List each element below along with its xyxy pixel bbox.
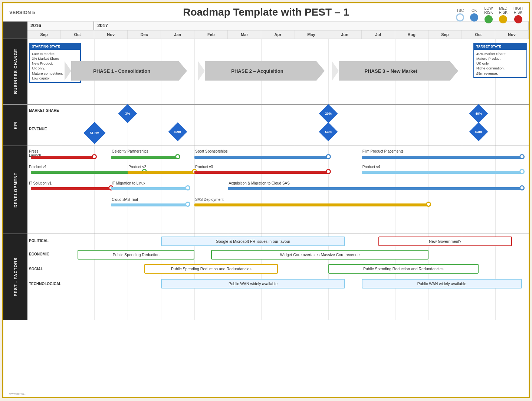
legend-low-label: LOWRISK (484, 6, 493, 14)
target-state-box: TARGET STATE 40% Market Share Mature Pro… (473, 43, 527, 78)
legend-med-label: MEDRISK (499, 6, 508, 14)
it-migration-circle (185, 185, 190, 190)
month-apr: Apr (261, 30, 295, 39)
month-jun: Jun (328, 30, 362, 39)
business-change-label: BUSINESS CHANGE (3, 39, 27, 104)
public-wan-box2: Public WAN widely available (362, 279, 522, 288)
phase1-arrow: PHASE 1 - Consolidation (65, 61, 187, 81)
product-v4-circle (519, 169, 525, 174)
diamond-40pct-label: 40% (475, 112, 482, 115)
pest-section: PEST - FACTORS POLITICAL (3, 234, 529, 320)
development-label: DEVELOPMENT (3, 146, 27, 234)
cloud-migration-label: Acquisition & Migration to Cloud SAS (229, 181, 290, 185)
pgl1 (61, 234, 61, 320)
pest-label: PEST - FACTORS (3, 234, 27, 320)
pgl8 (295, 234, 295, 320)
product-v4-label: Product v4 (362, 165, 380, 169)
celebrity-circle (175, 154, 180, 159)
kgl8 (295, 105, 295, 146)
months-row: Sep Oct Nov Dec Jan Feb Mar Apr May Jun … (27, 30, 529, 39)
social-label: SOCIAL (29, 267, 43, 271)
it-v1-bar (31, 187, 111, 190)
sport-circle (326, 154, 331, 159)
pgl12 (428, 234, 429, 320)
pgl14 (495, 234, 496, 320)
month-sep2: Sep (428, 30, 462, 39)
diamond-1.2m-label: £1.2m (90, 131, 99, 135)
legend-tbc-circle (456, 13, 464, 22)
sas-deployment-bar (194, 203, 428, 206)
dgl5 (194, 146, 195, 234)
diamond-3m2-label: £3m (475, 130, 482, 134)
public-wan-text1: Public WAN widely available (229, 281, 278, 286)
public-wan-box1: Public WAN widely available (161, 279, 345, 288)
timeline-label-col (3, 22, 27, 39)
new-govt-text: New Government? (429, 239, 462, 244)
phase2-tip (316, 61, 325, 81)
kgl4 (161, 105, 161, 146)
pgl11 (395, 234, 395, 320)
phase3-notch (332, 61, 339, 81)
development-content: PressLaunch Celebrity Partnerships Sport… (27, 146, 529, 234)
kgl12 (428, 105, 429, 146)
pgl6 (228, 234, 228, 320)
year-2016: 2016 (27, 22, 94, 30)
social-redundancies-text2: Public Spending Reduction and Redundanci… (363, 267, 444, 271)
kpi-label: KPI (3, 105, 27, 146)
social-redundancies-box2: Public Spending Reduction and Redundanci… (328, 264, 479, 274)
phase1-tip (179, 61, 187, 81)
business-change-content: STARTING STATE Late to market. 3% Market… (27, 39, 529, 104)
social-redundancies-text1: Public Spending Reduction and Redundanci… (171, 267, 252, 271)
cloud-migration-bar (228, 187, 522, 190)
month-aug: Aug (395, 30, 428, 39)
kgl6 (228, 105, 228, 146)
diamond-20pct: 20% (319, 104, 338, 123)
gl9 (328, 39, 329, 104)
film-label: Film Product Placements (362, 149, 404, 153)
pgl10 (362, 234, 362, 320)
press-launch-bar (31, 156, 94, 159)
business-change-section: BUSINESS CHANGE STARTING (3, 39, 529, 105)
legend: TBC OK LOWRISK MEDRISK HIGHRISK (456, 6, 523, 23)
footer: www.herita... (9, 392, 26, 395)
target-state-line5: £5m revenue. (476, 71, 524, 76)
google-ms-pr-box: Google & Microsoft PR issues in our favo… (161, 237, 345, 246)
product-v3-label: Product v3 (195, 165, 213, 169)
legend-high-circle (514, 15, 522, 23)
phase2-arrow: PHASE 2 – Acquisition (198, 61, 324, 81)
kgl14 (495, 105, 496, 146)
product-v4-bar (362, 171, 522, 174)
spending-reduction-box: Public Spending Reduction (78, 250, 194, 260)
legend-tbc: TBC (456, 9, 464, 22)
product-v3-circle (326, 169, 331, 174)
pgl7 (261, 234, 262, 320)
economic-label: ECONOMIC (29, 252, 49, 256)
it-v1-label: IT Solution v1 (29, 181, 52, 185)
sport-label: Sport Sponsorships (195, 149, 227, 153)
diamond-20pct-label: 20% (325, 112, 332, 115)
film-circle (519, 154, 525, 159)
social-redundancies-box1: Public Spending Reduction and Redundanci… (144, 264, 278, 274)
product-v1-label: Product v1 (29, 165, 47, 169)
phase3-arrow: PHASE 3 – New Market (332, 61, 458, 81)
target-state-header: TARGET STATE (474, 43, 526, 50)
month-mar: Mar (228, 30, 261, 39)
product-v2-bar (128, 171, 194, 174)
target-state-line4: Niche domination. (476, 66, 524, 71)
diamond-2m: £2m (168, 123, 187, 141)
widget-core-text: Widget Core overtakes Massive Core reven… (280, 252, 360, 257)
cloud-trial-label: Cloud SAS Trial (112, 198, 138, 202)
pgl5 (194, 234, 195, 320)
pest-content: POLITICAL Google & Microsoft PR issues i… (27, 234, 529, 320)
gl13 (462, 39, 462, 104)
phase1-label: PHASE 1 - Consolidation (93, 68, 150, 74)
celebrity-bar (111, 156, 178, 159)
main-container: VERSION 5 Roadmap Template with PEST – 1… (2, 2, 530, 398)
kpi-section: KPI MARKET SHARE (3, 105, 529, 146)
target-state-line2: Mature Product. (476, 56, 524, 61)
legend-med-circle (499, 15, 507, 23)
timeline-header: 2016 2017 Sep Oct Nov Dec Jan Feb Mar Ap… (3, 22, 529, 39)
technological-label: TECHNOLOGICAL (29, 282, 61, 286)
it-migration-bar (111, 187, 188, 190)
kgl10 (362, 105, 362, 146)
